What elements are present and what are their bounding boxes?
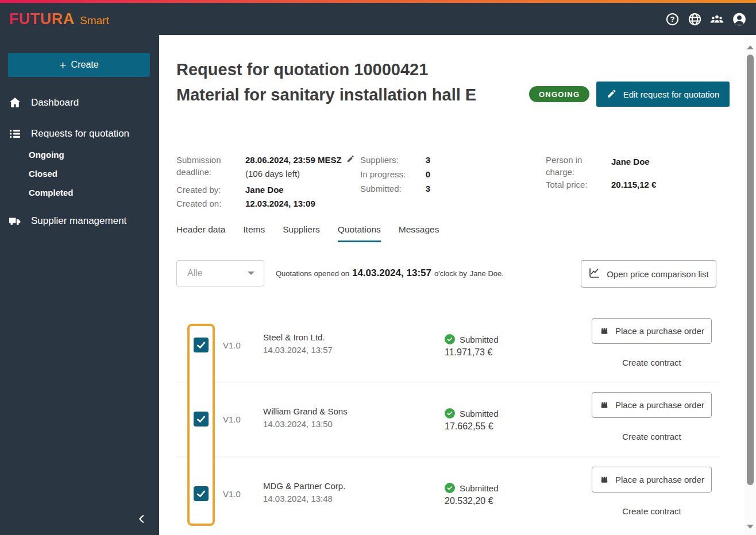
place-purchase-order-button[interactable]: Place a purchase order (592, 467, 712, 493)
opened-prefix: Quotations opened on (276, 269, 349, 278)
page-title-line1: Request for quotation 10000421 (176, 57, 476, 82)
tab-messages[interactable]: Messages (399, 224, 439, 242)
submission-deadline-label: Submission deadline: (176, 154, 241, 178)
help-icon[interactable]: ? (665, 11, 680, 26)
sidebar-subitem-closed[interactable]: Closed (29, 167, 57, 180)
sidebar-item-label: Requests for quotation (31, 128, 129, 139)
main-content: Request for quotation 10000421 Material … (159, 35, 745, 535)
person-in-charge-label: Person in charge: (546, 154, 599, 178)
place-purchase-order-button[interactable]: Place a purchase order (592, 392, 712, 418)
place-purchase-order-label: Place a purchase order (615, 400, 704, 410)
quotation-price: 20.532,20 € (445, 496, 493, 506)
create-contract-link[interactable]: Create contract (592, 358, 712, 367)
quotation-row: V1.0 Steel & Iron Ltd. 14.03.2024, 13:57… (159, 309, 720, 383)
suppliers-label: Suppliers: (360, 154, 399, 166)
vertical-scrollbar (745, 35, 756, 535)
quotation-row: V1.0 MDG & Partner Corp. 14.03.2024, 13:… (159, 458, 720, 532)
create-contract-link[interactable]: Create contract (592, 506, 712, 516)
quotation-version: V1.0 (223, 414, 241, 424)
quotation-status: Submitted (445, 408, 499, 418)
created-by-value: Jane Doe (245, 184, 284, 196)
quotation-checkbox[interactable] (194, 412, 209, 427)
quotation-status: Submitted (445, 483, 499, 493)
chevron-down-icon (248, 272, 254, 275)
sidebar-item-dashboard[interactable]: Dashboard (0, 94, 159, 111)
tab-suppliers[interactable]: Suppliers (283, 224, 320, 242)
quotation-date: 14.03.2024, 13:48 (263, 494, 333, 503)
supplier-name: MDG & Partner Corp. (263, 481, 345, 491)
create-contract-link[interactable]: Create contract (592, 432, 712, 441)
sidebar-item-label: Dashboard (31, 97, 79, 108)
quotation-date: 14.03.2024, 13:50 (263, 419, 333, 429)
open-price-comparison-button[interactable]: Open price comparison list (581, 260, 716, 288)
scrollbar-down-arrow[interactable] (747, 525, 754, 529)
tab-quotations[interactable]: Quotations (338, 224, 381, 242)
tab-items[interactable]: Items (243, 224, 265, 242)
tab-bar: Header data Items Suppliers Quotations M… (176, 224, 439, 242)
opened-datetime: 14.03.2024, 13:57 (352, 268, 431, 279)
quotation-status-label: Submitted (460, 409, 499, 418)
edit-request-button[interactable]: Edit request for quotation (596, 82, 730, 107)
check-circle-icon (445, 408, 455, 418)
pencil-icon (607, 88, 617, 100)
submitted-label: Submitted: (360, 183, 402, 195)
sidebar-item-requests-for-quotation[interactable]: Requests for quotation (0, 125, 159, 142)
in-progress-label: In progress: (360, 168, 406, 180)
quotation-filter-select[interactable]: Alle (176, 260, 264, 286)
plus-icon: + (59, 59, 66, 71)
bag-icon (599, 325, 610, 337)
sidebar-item-supplier-management[interactable]: Supplier management (0, 212, 159, 230)
total-price-label: Total price: (546, 179, 588, 191)
app-logo: FUTURA Smart (9, 10, 109, 28)
create-button[interactable]: + Create (8, 53, 150, 77)
quotation-version: V1.0 (223, 340, 241, 350)
quotation-filter-value: Alle (187, 268, 203, 278)
tab-header-data[interactable]: Header data (176, 224, 225, 242)
opened-middle: o'clock by (434, 269, 467, 278)
globe-icon[interactable] (687, 11, 702, 26)
quotation-status-label: Submitted (460, 335, 499, 344)
scrollbar-up-arrow[interactable] (747, 45, 754, 49)
quotation-checkbox[interactable] (194, 338, 209, 352)
sidebar-collapse-button[interactable] (133, 511, 151, 529)
submission-deadline-value-wrap: 28.06.2024, 23:59 MESZ (245, 154, 355, 165)
in-progress-value: 0 (412, 168, 430, 180)
sidebar-subitem-completed[interactable]: Completed (29, 186, 74, 199)
submission-deadline-value: 28.06.2024, 23:59 MESZ (245, 155, 342, 165)
supplier-name: William Grand & Sons (263, 406, 348, 416)
chevron-left-icon (136, 513, 148, 528)
quotation-version: V1.0 (223, 489, 241, 499)
create-button-label: Create (71, 60, 99, 70)
svg-text:?: ? (670, 14, 674, 23)
quotation-row: V1.0 William Grand & Sons 14.03.2024, 13… (159, 383, 720, 458)
groups-icon[interactable] (709, 11, 724, 26)
quotations-opened-line: Quotations opened on 14.03.2024, 13:57 o… (276, 260, 504, 286)
open-price-comparison-label: Open price comparison list (607, 269, 709, 279)
person-in-charge-value: Jane Doe (611, 156, 650, 168)
quotation-price: 17.662,55 € (445, 421, 493, 432)
created-on-label: Created on: (176, 197, 221, 210)
quotation-checkbox[interactable] (194, 486, 209, 501)
page-title: Request for quotation 10000421 Material … (176, 57, 476, 107)
sidebar-subitem-ongoing[interactable]: Ongoing (29, 148, 64, 161)
place-purchase-order-label: Place a purchase order (615, 475, 704, 484)
status-badge: ONGOING (529, 86, 589, 102)
bag-icon (599, 474, 610, 486)
sidebar-item-label: Supplier management (31, 215, 126, 227)
account-icon[interactable] (732, 11, 747, 26)
check-circle-icon (445, 334, 455, 344)
place-purchase-order-button[interactable]: Place a purchase order (592, 318, 712, 344)
sidebar-subitem-label: Completed (29, 188, 74, 197)
deadline-days-left: (106 days left) (245, 168, 300, 180)
page-title-line2: Material for sanitary installation hall … (176, 82, 476, 107)
quotation-date: 14.03.2024, 13:57 (263, 345, 333, 355)
sidebar: + Create Dashboard Requests for quotatio… (0, 35, 159, 535)
home-icon (8, 96, 22, 110)
scrollbar-thumb[interactable] (747, 55, 754, 485)
logo-product-text: Smart (80, 14, 109, 27)
header-icon-group: ? (665, 11, 747, 26)
edit-deadline-icon[interactable] (346, 154, 355, 165)
truck-icon (8, 214, 22, 228)
place-purchase-order-label: Place a purchase order (615, 326, 704, 336)
logo-brand-text: FUTURA (9, 10, 75, 28)
